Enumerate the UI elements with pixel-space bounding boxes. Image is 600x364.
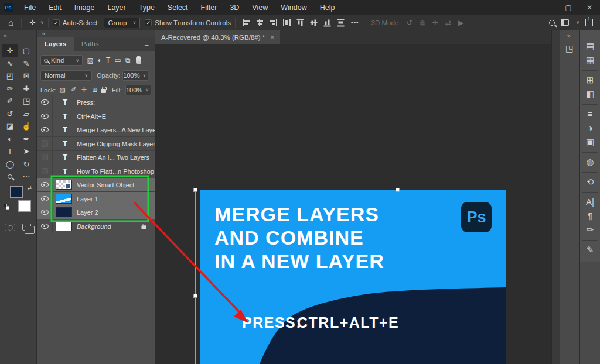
auto-select-target-dropdown[interactable]: Group ∨: [104, 18, 140, 28]
layer-visibility-toggle[interactable]: [37, 178, 53, 191]
tab-layers[interactable]: Layers: [37, 37, 74, 51]
frame-tool[interactable]: ⊠: [18, 70, 35, 83]
filter-adjustment-layers-icon[interactable]: ◐: [96, 56, 104, 64]
type-tool[interactable]: T: [2, 145, 18, 158]
transform-handle-top-center[interactable]: [396, 188, 400, 192]
eraser-tool[interactable]: ▱: [18, 108, 35, 121]
layer-row[interactable]: TPress:: [37, 95, 155, 109]
menu-file[interactable]: File: [18, 0, 42, 15]
swap-colors-icon[interactable]: ⇄: [27, 185, 32, 191]
color-icon[interactable]: ◧: [580, 89, 600, 99]
clone-stamp-tool[interactable]: ◳: [18, 95, 35, 108]
gradient-tool[interactable]: ◪: [2, 120, 18, 133]
align-vertical-centers-icon[interactable]: [310, 18, 318, 27]
align-bottom-edges-icon[interactable]: [323, 18, 332, 27]
brush-tool[interactable]: ✐: [2, 95, 18, 108]
canvas-scrollbar[interactable]: [551, 30, 560, 364]
libraries-icon[interactable]: ▣: [580, 137, 600, 147]
filter-smart-objects-icon[interactable]: ⧉: [123, 56, 132, 64]
edit-toolbar[interactable]: ⋯: [18, 170, 35, 183]
home-icon[interactable]: ⌂: [0, 18, 17, 28]
close-tab-icon[interactable]: ×: [270, 33, 274, 42]
align-right-edges-icon[interactable]: [269, 19, 278, 27]
layer-visibility-toggle[interactable]: [37, 137, 53, 150]
lasso-tool[interactable]: ∿: [2, 57, 18, 70]
crop-tool[interactable]: ◰: [2, 70, 18, 83]
gradients-icon[interactable]: ▤: [580, 41, 600, 51]
layer-visibility-toggle[interactable]: [37, 150, 53, 164]
clone-source-icon[interactable]: ◳: [560, 43, 579, 54]
filter-on-off-toggle[interactable]: [136, 56, 141, 64]
lock-all-icon[interactable]: [101, 89, 106, 93]
menu-view[interactable]: View: [246, 0, 274, 15]
layer-row[interactable]: Layer 1: [37, 192, 155, 206]
path-selection-tool[interactable]: ➤: [18, 145, 35, 158]
layer-row[interactable]: Layer 2: [37, 205, 155, 219]
workspace-switcher-icon[interactable]: [561, 19, 569, 26]
quick-mask-mode-button[interactable]: [5, 224, 15, 231]
eyedropper-tool[interactable]: ✑: [2, 83, 18, 95]
layer-row[interactable]: TCtrl+Alt+E: [37, 109, 155, 123]
channels-icon[interactable]: ◍: [580, 157, 600, 167]
menu-select[interactable]: Select: [161, 0, 195, 15]
layer-visibility-toggle[interactable]: [37, 164, 53, 178]
history-brush-tool[interactable]: ↺: [2, 108, 18, 121]
layer-visibility-toggle[interactable]: [37, 219, 53, 233]
dodge-tool[interactable]: ◐: [2, 133, 18, 146]
lock-position-icon[interactable]: ✛: [81, 86, 87, 94]
layer-row[interactable]: Vector Smart Object: [37, 178, 155, 192]
tab-paths[interactable]: Paths: [74, 37, 106, 51]
layer-row[interactable]: THow To Flatt...n Photoshop: [37, 164, 155, 178]
transform-handle-middle-left[interactable]: [193, 294, 197, 298]
menu-help[interactable]: Help: [313, 0, 342, 15]
collapse-toolbar-icon[interactable]: «: [4, 32, 7, 39]
distribute-horizontal-centers-icon[interactable]: [282, 19, 291, 27]
layer-visibility-toggle[interactable]: [37, 95, 53, 109]
share-icon[interactable]: [585, 19, 593, 26]
move-tool[interactable]: ✛: [2, 44, 18, 57]
layer-visibility-toggle[interactable]: [37, 192, 53, 205]
rectangular-marquee-tool[interactable]: ▢: [18, 44, 35, 57]
layer-row[interactable]: TMerge Clipping Mask Layers: [37, 137, 155, 151]
layer-row[interactable]: TMerge Layers...A New Layer: [37, 123, 155, 137]
distribute-vertical-centers-icon[interactable]: [337, 18, 345, 27]
opacity-field[interactable]: 100% ∨: [122, 70, 148, 81]
swatches-icon[interactable]: ⊞: [580, 75, 600, 85]
layer-visibility-toggle[interactable]: [37, 205, 53, 219]
menu-edit[interactable]: Edit: [42, 0, 68, 15]
menu-filter[interactable]: Filter: [195, 0, 224, 15]
adjustments-icon[interactable]: ◑: [580, 123, 600, 133]
background-color-swatch[interactable]: [18, 200, 31, 212]
ellipse-tool[interactable]: ◯: [2, 158, 18, 171]
menu-window[interactable]: Window: [274, 0, 313, 15]
filter-kind-dropdown[interactable]: Kind ∨: [40, 55, 83, 66]
character-icon[interactable]: A|: [580, 197, 600, 207]
minimize-button[interactable]: —: [537, 0, 558, 15]
layer-row[interactable]: Background: [37, 219, 155, 233]
pen-tool[interactable]: ✒: [18, 133, 35, 146]
rotate-view-tool[interactable]: ↻: [18, 158, 35, 171]
lock-image-pixels-icon[interactable]: ✐: [71, 86, 76, 94]
patterns-icon[interactable]: ▦: [580, 55, 600, 66]
close-button[interactable]: ✕: [579, 0, 600, 15]
filter-shape-layers-icon[interactable]: ▭: [112, 56, 123, 64]
zoom-tool[interactable]: [2, 170, 18, 183]
layer-visibility-toggle[interactable]: [37, 123, 53, 136]
foreground-color-swatch[interactable]: [10, 186, 23, 198]
properties-icon[interactable]: ≡: [580, 109, 600, 119]
menu-image[interactable]: Image: [68, 0, 101, 15]
menu-layer[interactable]: Layer: [101, 0, 132, 15]
menu-type[interactable]: Type: [132, 0, 161, 15]
menu-3d[interactable]: 3D: [223, 0, 246, 15]
blend-mode-dropdown[interactable]: Normal ∨: [40, 70, 92, 81]
document-tab[interactable]: A-Recovered @ 48.3% (RGB/8#) * ×: [155, 30, 280, 44]
more-options-icon[interactable]: •••: [347, 19, 363, 26]
transform-handle-top-left[interactable]: [193, 188, 197, 192]
layer-row[interactable]: TFlatten An I... Two Layers: [37, 150, 155, 164]
healing-brush-tool[interactable]: ✚: [18, 83, 35, 95]
layer-visibility-toggle[interactable]: [37, 109, 53, 123]
collapse-dock-icon[interactable]: «: [567, 32, 571, 39]
auto-select-checkbox[interactable]: ✓: [53, 19, 60, 26]
align-horizontal-centers-icon[interactable]: [255, 19, 264, 27]
lock-transparent-pixels-icon[interactable]: ▨: [59, 86, 65, 94]
